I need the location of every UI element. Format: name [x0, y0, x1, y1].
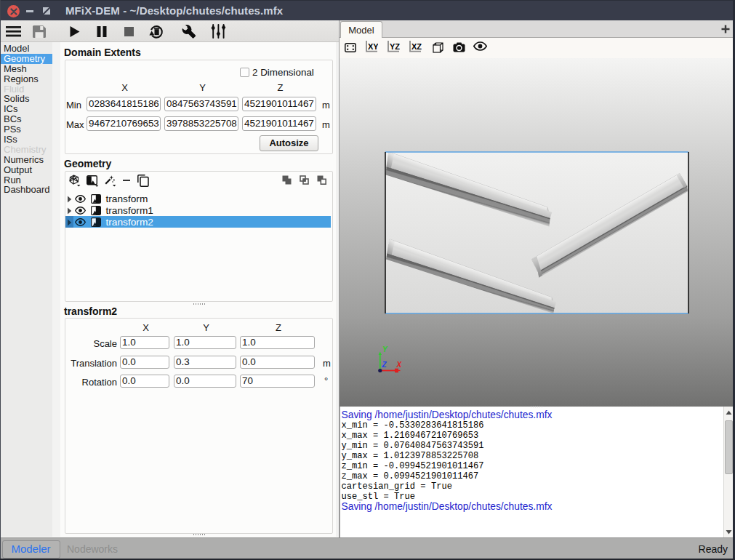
svg-text:XZ: XZ	[411, 42, 422, 51]
svg-text:XY: XY	[368, 42, 378, 51]
svg-text:X: X	[396, 361, 403, 369]
svg-text:YZ: YZ	[390, 42, 400, 51]
svg-text:Z: Z	[382, 361, 387, 369]
